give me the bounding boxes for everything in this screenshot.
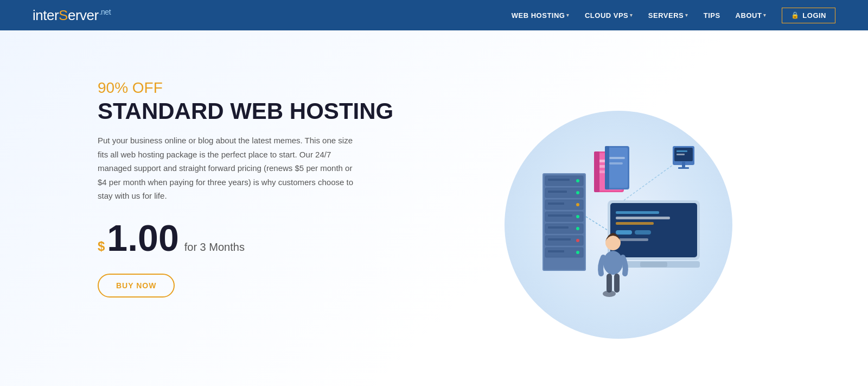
logo-inter: inter	[33, 7, 59, 23]
chevron-down-icon: ▾	[763, 12, 767, 18]
hero-illustration-circle	[505, 111, 732, 339]
hero-description: Put your business online or blog about t…	[98, 134, 358, 203]
svg-line-55	[586, 217, 608, 230]
svg-rect-52	[678, 167, 689, 169]
hero-section: 90% OFF STANDARD WEB HOSTING Put your bu…	[0, 30, 868, 386]
svg-rect-19	[548, 238, 571, 241]
svg-rect-39	[616, 230, 632, 235]
dollar-sign: $	[98, 240, 105, 253]
logo-erver: erver	[68, 7, 99, 23]
svg-rect-7	[548, 191, 567, 193]
main-nav: WEB HOSTING ▾ CLOUD VPS ▾ SERVERS ▾ TIPS…	[512, 8, 835, 23]
svg-rect-54	[676, 154, 685, 155]
header: interServer.net WEB HOSTING ▾ CLOUD VPS …	[0, 0, 868, 30]
chevron-down-icon: ▾	[630, 12, 633, 18]
svg-point-6	[576, 191, 579, 194]
page-title: STANDARD WEB HOSTING	[98, 99, 401, 124]
login-button[interactable]: 🔒 LOGIN	[782, 8, 835, 23]
svg-rect-51	[682, 162, 685, 167]
svg-rect-36	[616, 211, 659, 214]
nav-web-hosting[interactable]: WEB HOSTING ▾	[512, 11, 570, 20]
logo: interServer.net	[33, 7, 111, 24]
svg-rect-32	[609, 162, 623, 164]
svg-point-3	[576, 179, 579, 182]
hero-left: 90% OFF STANDARD WEB HOSTING Put your bu…	[98, 63, 401, 386]
svg-rect-10	[548, 203, 564, 205]
nav-servers[interactable]: SERVERS ▾	[648, 11, 688, 20]
svg-point-12	[576, 215, 579, 218]
svg-point-44	[603, 251, 623, 275]
svg-point-48	[603, 290, 616, 297]
svg-point-18	[576, 239, 579, 242]
svg-line-56	[624, 165, 673, 200]
logo-s: S	[59, 7, 68, 23]
logo-text: interServer.net	[33, 7, 111, 24]
price-number: 1.00	[107, 219, 178, 256]
svg-rect-40	[635, 230, 651, 235]
svg-rect-53	[676, 150, 687, 152]
chevron-down-icon: ▾	[685, 12, 688, 18]
lock-icon: 🔒	[791, 11, 800, 19]
nav-tips[interactable]: TIPS	[704, 11, 720, 20]
svg-point-21	[576, 251, 579, 254]
svg-rect-4	[548, 179, 570, 181]
svg-rect-28	[594, 151, 599, 192]
price-suffix: for 3 Months	[184, 241, 245, 254]
svg-rect-47	[614, 274, 620, 293]
svg-rect-41	[616, 238, 648, 241]
hero-illustration	[515, 130, 722, 320]
discount-label: 90% OFF	[98, 79, 401, 97]
svg-rect-46	[607, 274, 612, 293]
svg-rect-33	[605, 146, 609, 189]
svg-rect-43	[640, 262, 667, 267]
hero-right	[401, 63, 835, 386]
nav-about[interactable]: ABOUT ▾	[736, 11, 767, 20]
svg-rect-22	[548, 250, 564, 252]
svg-rect-37	[616, 217, 670, 219]
svg-rect-30	[607, 148, 628, 188]
chevron-down-icon: ▾	[566, 12, 570, 18]
svg-rect-31	[609, 157, 625, 159]
price-block: $ 1.00 for 3 Months	[98, 219, 401, 256]
svg-point-15	[576, 227, 579, 230]
svg-rect-16	[548, 226, 569, 229]
logo-net: .net	[99, 8, 111, 16]
svg-rect-13	[548, 214, 572, 217]
svg-rect-38	[616, 222, 654, 225]
buy-now-button[interactable]: BUY NOW	[98, 274, 175, 298]
nav-cloud-vps[interactable]: CLOUD VPS ▾	[585, 11, 633, 20]
svg-point-9	[576, 203, 579, 206]
